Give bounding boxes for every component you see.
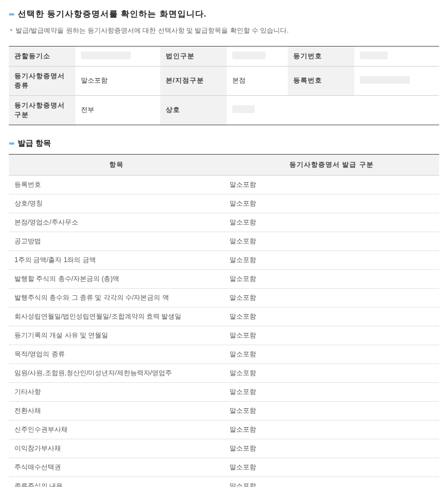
item-cell: 신주인수권부사채 — [9, 420, 224, 439]
item-cell: 종류주식의 내용 — [9, 476, 224, 487]
item-cell: 기타사항 — [9, 382, 224, 401]
item-cell: 회사성립연월일/법인성립연월일/조합계약의 효력 발생일 — [9, 307, 224, 326]
table-row: 임원/사원,조합원,청산인/미성년자/제한능력자/영업주말소포함 — [9, 363, 439, 382]
value-corp-type — [227, 46, 288, 66]
label-office: 관할등기소 — [9, 46, 75, 66]
value-branch-type: 본점 — [227, 66, 288, 95]
table-row: 공고방법말소포함 — [9, 232, 439, 250]
class-cell: 말소포함 — [224, 307, 439, 326]
issue-header-item: 항목 — [9, 154, 224, 175]
item-cell: 공고방법 — [9, 232, 224, 250]
class-cell: 말소포함 — [224, 194, 439, 213]
table-row: 종류주식의 내용말소포함 — [9, 476, 439, 487]
bullet-icon — [9, 13, 14, 16]
label-cert-class: 등기사항증명서구분 — [9, 95, 75, 125]
item-cell: 임원/사원,조합원,청산인/미성년자/제한능력자/영업주 — [9, 363, 224, 382]
info-row: 관할등기소 법인구분 등기번호 — [9, 46, 439, 66]
table-row: 신주인수권부사채말소포함 — [9, 420, 439, 439]
value-record-no — [354, 66, 439, 95]
item-cell: 이익참가부사채 — [9, 439, 224, 458]
value-reg-no — [354, 46, 439, 66]
item-cell: 상호/명칭 — [9, 194, 224, 213]
class-cell: 말소포함 — [224, 401, 439, 420]
item-cell: 발행주식의 총수와 그 종류 및 각각의 수/자본금의 액 — [9, 288, 224, 307]
label-cert-type: 등기사항증명서종류 — [9, 66, 75, 95]
info-row: 등기사항증명서종류 말소포함 본/지점구분 본점 등록번호 — [9, 66, 439, 95]
info-table: 관할등기소 법인구분 등기번호 등기사항증명서종류 말소포함 본/지점구분 본점… — [9, 46, 439, 125]
value-cert-class: 전부 — [75, 95, 160, 125]
value-office — [75, 46, 160, 66]
table-row: 상호/명칭말소포함 — [9, 194, 439, 213]
issue-header-row: 항목 등기사항증명서 발급 구분 — [9, 154, 439, 175]
label-record-no: 등록번호 — [288, 66, 354, 95]
class-cell: 말소포함 — [224, 232, 439, 250]
table-row: 발행할 주식의 총수/자본금의 (총)액말소포함 — [9, 269, 439, 288]
item-cell: 등록번호 — [9, 175, 224, 194]
table-row: 등기기록의 개설 사유 및 연월일말소포함 — [9, 326, 439, 345]
label-reg-no: 등기번호 — [288, 46, 354, 66]
page-title-text: 선택한 등기사항증명서를 확인하는 화면입니다. — [18, 9, 207, 19]
table-row: 기타사항말소포함 — [9, 382, 439, 401]
issue-section-title-text: 발급 항목 — [18, 139, 51, 148]
item-cell: 발행할 주식의 총수/자본금의 (총)액 — [9, 269, 224, 288]
subtitle-list: 발급/발급예약을 원하는 등기사항증명서에 대한 선택사항 및 발급항목을 확인… — [9, 25, 439, 37]
class-cell: 말소포함 — [224, 476, 439, 487]
info-row: 등기사항증명서구분 전부 상호 — [9, 95, 439, 125]
class-cell: 말소포함 — [224, 345, 439, 363]
label-company: 상호 — [160, 95, 227, 125]
issue-table: 항목 등기사항증명서 발급 구분 등록번호말소포함상호/명칭말소포함본점/영업소… — [9, 154, 439, 487]
class-cell: 말소포함 — [224, 326, 439, 345]
class-cell: 말소포함 — [224, 420, 439, 439]
table-row: 주식매수선택권말소포함 — [9, 458, 439, 476]
item-cell: 1주의 금액/출자 1좌의 금액 — [9, 250, 224, 269]
issue-section-title: 발급 항목 — [9, 139, 439, 148]
subtitle-text: 발급/발급예약을 원하는 등기사항증명서에 대한 선택사항 및 발급항목을 확인… — [9, 25, 439, 37]
table-row: 이익참가부사채말소포함 — [9, 439, 439, 458]
value-company — [227, 95, 439, 125]
table-row: 발행주식의 총수와 그 종류 및 각각의 수/자본금의 액말소포함 — [9, 288, 439, 307]
label-branch-type: 본/지점구분 — [160, 66, 227, 95]
class-cell: 말소포함 — [224, 269, 439, 288]
page-title: 선택한 등기사항증명서를 확인하는 화면입니다. — [9, 9, 439, 19]
table-row: 전환사채말소포함 — [9, 401, 439, 420]
item-cell: 목적/영업의 종류 — [9, 345, 224, 363]
table-row: 본점/영업소/주사무소말소포함 — [9, 213, 439, 232]
table-row: 회사성립연월일/법인성립연월일/조합계약의 효력 발생일말소포함 — [9, 307, 439, 326]
item-cell: 등기기록의 개설 사유 및 연월일 — [9, 326, 224, 345]
class-cell: 말소포함 — [224, 363, 439, 382]
bullet-icon — [9, 142, 14, 145]
class-cell: 말소포함 — [224, 250, 439, 269]
class-cell: 말소포함 — [224, 439, 439, 458]
table-row: 목적/영업의 종류말소포함 — [9, 345, 439, 363]
table-row: 1주의 금액/출자 1좌의 금액말소포함 — [9, 250, 439, 269]
item-cell: 주식매수선택권 — [9, 458, 224, 476]
issue-header-class: 등기사항증명서 발급 구분 — [224, 154, 439, 175]
class-cell: 말소포함 — [224, 288, 439, 307]
table-row: 등록번호말소포함 — [9, 175, 439, 194]
label-corp-type: 법인구분 — [160, 46, 227, 66]
class-cell: 말소포함 — [224, 175, 439, 194]
class-cell: 말소포함 — [224, 458, 439, 476]
class-cell: 말소포함 — [224, 213, 439, 232]
item-cell: 전환사채 — [9, 401, 224, 420]
class-cell: 말소포함 — [224, 382, 439, 401]
value-cert-type: 말소포함 — [75, 66, 160, 95]
item-cell: 본점/영업소/주사무소 — [9, 213, 224, 232]
